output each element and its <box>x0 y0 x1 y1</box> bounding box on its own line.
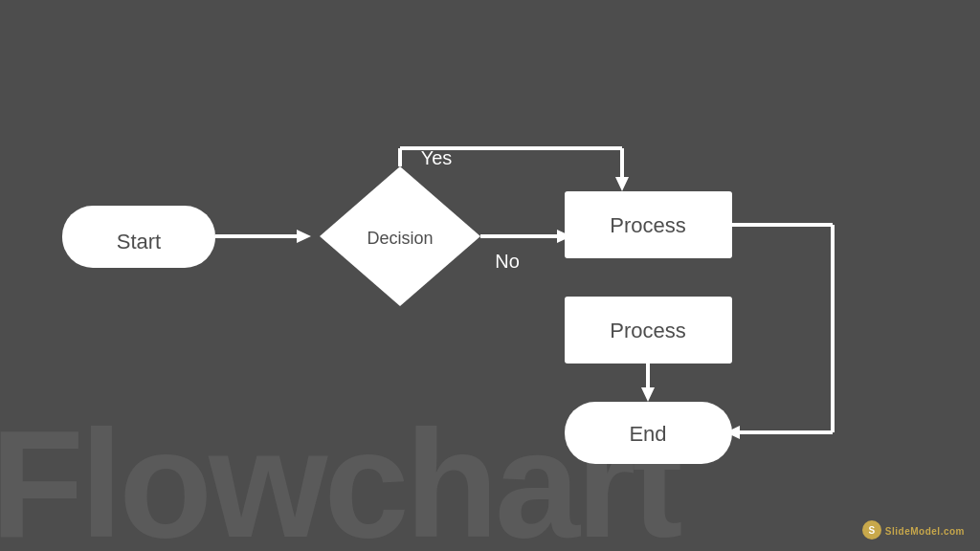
logo-text: SlideModel.com <box>885 523 965 538</box>
decision-label: Decision <box>367 229 433 248</box>
arrow-process-no-end <box>641 387 655 402</box>
logo: S SlideModel.com <box>862 520 965 540</box>
logo-suffix: .com <box>941 526 965 537</box>
arrow-yes <box>615 177 629 191</box>
slide-container: Flowchart Start Decision Yes Process No … <box>0 0 980 551</box>
process-yes-label: Process <box>610 213 685 237</box>
process-no-label: Process <box>610 319 685 342</box>
no-label: No <box>495 251 520 272</box>
logo-icon: S <box>862 520 881 540</box>
arrow-start-decision <box>297 230 311 243</box>
start-label: Start <box>117 230 161 253</box>
yes-label: Yes <box>421 147 453 168</box>
end-label: End <box>629 422 666 446</box>
flowchart-svg: Start Decision Yes Process No Process En… <box>0 0 980 551</box>
